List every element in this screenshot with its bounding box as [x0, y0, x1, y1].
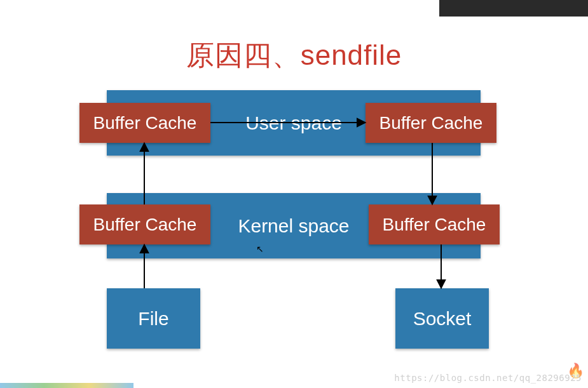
- watermark-text: https://blog.csdn.net/qq_28296925: [394, 373, 582, 383]
- buffer-cache-kernel-right: Buffer Cache: [369, 204, 500, 244]
- socket-box: Socket: [395, 288, 489, 349]
- buffer-cache-user-left: Buffer Cache: [79, 103, 210, 143]
- buffer-cache-kernel-left: Buffer Cache: [79, 204, 210, 244]
- diagram-title: 原因四、sendfile: [0, 37, 588, 74]
- user-space-label: User space: [245, 112, 342, 134]
- video-top-bar: [439, 0, 588, 17]
- cursor-icon: ↖: [256, 244, 264, 254]
- kernel-space-label: Kernel space: [238, 215, 349, 237]
- file-box: File: [107, 288, 200, 349]
- taskbar-strip: [0, 383, 133, 388]
- buffer-cache-user-right: Buffer Cache: [366, 103, 496, 143]
